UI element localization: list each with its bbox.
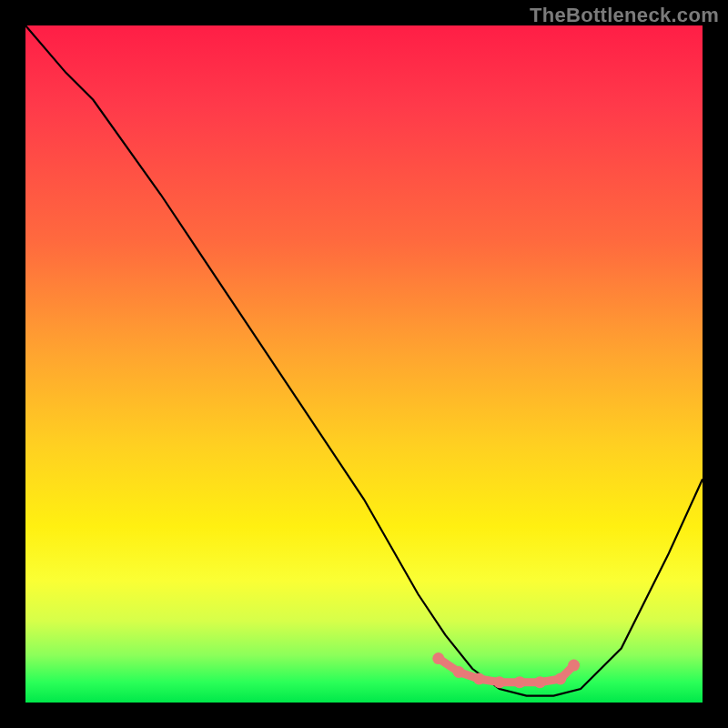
plot-area xyxy=(25,25,703,703)
optimal-range-markers xyxy=(25,25,703,703)
svg-point-3 xyxy=(493,676,505,688)
svg-point-2 xyxy=(473,673,485,685)
svg-point-6 xyxy=(554,673,566,685)
watermark-text: TheBottleneck.com xyxy=(530,4,719,27)
svg-point-5 xyxy=(534,676,546,688)
svg-point-0 xyxy=(432,652,444,664)
svg-point-7 xyxy=(568,660,580,672)
svg-point-4 xyxy=(514,676,526,688)
svg-point-1 xyxy=(453,666,465,678)
chart-frame: TheBottleneck.com xyxy=(0,0,728,728)
